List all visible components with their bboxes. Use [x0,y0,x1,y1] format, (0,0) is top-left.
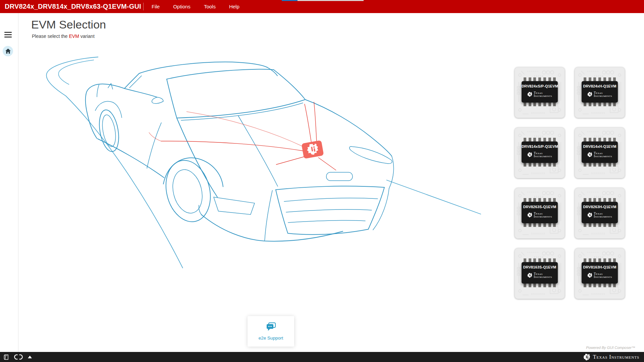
page-subtitle: Please select the EVM variant [32,34,95,39]
menu-options[interactable]: Options [173,4,191,9]
menu-help[interactable]: Help [229,4,239,9]
statusbar-brand: Texas Instruments [583,354,644,361]
subtitle-suffix: variant [79,34,95,39]
ti-logo-text: Texas Instruments [594,91,612,97]
ti-bug-icon [587,152,592,157]
evm-card-label: DRV8263S-Q1EVM [522,205,558,209]
chip-body: DRV8263S-Q1EVM Texas Instruments [522,202,558,223]
chip-body: DRV8263H-Q1EVM Texas Instruments [582,202,618,223]
ti-logo-text: Texas Instruments [594,272,612,278]
footer-brand-text: Texas Instruments [593,354,639,360]
expand-triangle-up-icon[interactable] [28,356,32,358]
ti-bug-icon [527,152,532,157]
app-title: DRV824x_DRV814x_DRV8x63-Q1EVM-GUI [5,0,141,13]
evm-card-label: DRV814xH-Q1EVM [582,144,618,148]
ti-logo: Texas Instruments [582,212,618,218]
evm-card[interactable]: DRV8263S-Q1EVM Texas Instruments [515,188,565,239]
ti-logo-text: Texas Instruments [534,91,552,97]
titlebar: DRV824x_DRV814x_DRV8x63-Q1EVM-GUI File O… [0,0,644,13]
subtitle-evm-highlight: EVM [69,34,79,39]
ti-bug-icon [583,354,590,361]
evm-card[interactable]: DRV8163H-Q1EVM Texas Instruments [575,248,625,299]
application-window: DRV824x_DRV814x_DRV8x63-Q1EVM-GUI File O… [0,0,644,362]
subtitle-prefix: Please select the [32,34,69,39]
top-progress-strip-light [298,0,364,1]
connect-arcs-icon[interactable] [14,354,23,360]
sidebar [0,13,18,352]
chip-body: DRV814xS/P-Q1EVM Texas Instruments [522,141,558,163]
ti-logo-text: Texas Instruments [594,212,612,218]
menu-file[interactable]: File [152,4,160,9]
home-icon [5,49,11,54]
red-wire-lines [149,102,336,170]
ti-bug-icon [587,273,592,278]
evm-card-label: DRV8163S-Q1EVM [522,265,558,269]
evm-card-label: DRV8263H-Q1EVM [582,205,618,209]
ti-logo: Texas Instruments [582,91,618,97]
main-content: EVM Selection Please select the EVM vari… [19,13,644,352]
top-progress-strip-blue [282,0,298,1]
ti-logo-text: Texas Instruments [534,152,552,158]
evm-card[interactable]: DRV824xS/P-Q1EVM Texas Instruments [515,67,565,118]
page-title: EVM Selection [31,18,106,31]
evm-card-grid: DRV824xS/P-Q1EVM Texas Instruments [515,67,625,299]
powered-by-text: Powered By GUI Composer™ [586,346,635,350]
log-book-icon[interactable] [3,354,9,360]
ti-logo-text: Texas Instruments [594,152,612,158]
chip-body: DRV824xS/P-Q1EVM Texas Instruments [522,81,558,103]
ti-badge [301,140,324,159]
ti-logo: Texas Instruments [582,272,618,278]
evm-card[interactable]: DRV8163S-Q1EVM Texas Instruments [515,248,565,299]
ti-logo-text: Texas Instruments [534,212,552,218]
hamburger-menu-icon[interactable] [4,32,12,38]
evm-card[interactable]: DRV824xH-Q1EVM Texas Instruments [575,67,625,118]
ti-bug-icon [587,92,592,97]
e2e-support-label: e2e Support [259,336,283,341]
ti-logo: Texas Instruments [522,152,558,158]
ti-logo: Texas Instruments [522,272,558,278]
evm-card-label: DRV8163H-Q1EVM [582,265,618,269]
ti-logo-text: Texas Instruments [534,272,552,278]
ti-bug-icon [587,213,592,218]
chat-bubbles-icon [266,322,276,331]
chip-body: DRV824xH-Q1EVM Texas Instruments [582,81,618,103]
statusbar: Texas Instruments [0,352,644,362]
menu-separator [143,3,144,10]
ti-logo: Texas Instruments [582,152,618,158]
chip-body: DRV8163S-Q1EVM Texas Instruments [522,262,558,284]
evm-card-label: DRV824xS/P-Q1EVM [522,84,558,88]
menu-tools[interactable]: Tools [204,4,216,9]
evm-card-label: DRV824xH-Q1EVM [582,84,618,88]
e2e-support-card[interactable]: e2e Support [248,316,294,347]
ti-logo: Texas Instruments [522,91,558,97]
evm-card[interactable]: DRV814xH-Q1EVM Texas Instruments [575,127,625,178]
chip-body: DRV8163H-Q1EVM Texas Instruments [582,262,618,284]
ti-bug-icon [527,273,532,278]
ti-logo: Texas Instruments [522,212,558,218]
menubar: File Options Tools Help [152,0,239,13]
road-lines [46,57,481,268]
evm-card[interactable]: DRV814xS/P-Q1EVM Texas Instruments [515,127,565,178]
ti-bug-icon [527,92,532,97]
chip-body: DRV814xH-Q1EVM Texas Instruments [582,141,618,163]
home-button[interactable] [3,46,13,56]
evm-card[interactable]: DRV8263H-Q1EVM Texas Instruments [575,188,625,239]
ti-bug-icon [527,213,532,218]
evm-card-label: DRV814xS/P-Q1EVM [522,144,558,148]
statusbar-left [0,354,32,360]
car-body-lines [86,62,394,241]
